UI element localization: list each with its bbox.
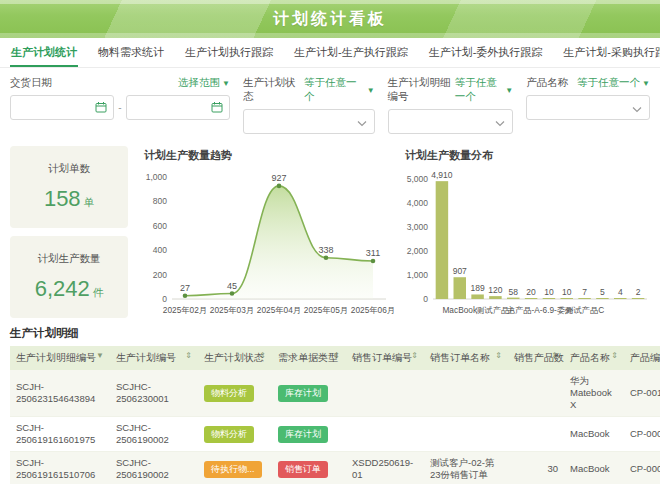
svg-text:27: 27: [180, 283, 190, 293]
table-cell: [424, 370, 508, 417]
date-range-separator: -: [118, 102, 121, 113]
table-cell-badge: 销售订单: [272, 452, 346, 484]
svg-text:测试产品C: 测试产品C: [565, 305, 604, 315]
svg-text:2025年05月: 2025年05月: [304, 305, 348, 315]
date-to-input[interactable]: [126, 95, 230, 120]
svg-text:927: 927: [271, 173, 286, 183]
filter-label-delivery-date: 交货日期: [10, 76, 52, 90]
sort-icon: ⇕: [185, 351, 192, 360]
column-header-3[interactable]: ⇕需求单据类型: [272, 346, 346, 370]
filter-operator-any[interactable]: 等于任意一个▼: [304, 76, 375, 104]
column-header-4[interactable]: ⇕销售订单编号: [346, 346, 424, 370]
status-badge: 物料分析: [204, 385, 254, 402]
table-cell-badge: 库存计划: [272, 417, 346, 452]
table-cell: [424, 417, 508, 452]
date-from-input[interactable]: [10, 95, 114, 120]
column-label: 销售产品数量: [514, 352, 564, 363]
table-cell: 测试客户-02-第23份销售订单: [424, 452, 508, 484]
tab-0[interactable]: 生产计划统计: [10, 39, 78, 67]
column-header-6[interactable]: ⇕销售产品数量: [508, 346, 564, 370]
table-cell: [346, 417, 424, 452]
filter-plan-status: 生产计划状态 等于任意一个▼: [243, 76, 375, 134]
svg-text:7: 7: [582, 287, 587, 297]
filter-plan-detail-no: 生产计划明细编号 等于任意一个▼: [388, 76, 514, 134]
sort-icon: ⇕: [611, 351, 618, 360]
distribution-chart-card: 计划生产数量分布 01,0002,0003,0004,0005,0004,910…: [399, 146, 650, 318]
table-cell: XSDD250619-01: [346, 452, 424, 484]
calendar-icon: [95, 99, 107, 117]
distribution-bar-chart: 01,0002,0003,0004,0005,0004,910907189120…: [399, 165, 650, 317]
filter-label-plan-detail-no: 生产计划明细编号: [388, 76, 455, 104]
column-label: 生产计划明细编号: [16, 352, 96, 363]
product-name-select[interactable]: [526, 95, 650, 120]
sort-icon: ⇕: [495, 351, 502, 360]
table-cell-badge: 库存计划: [272, 370, 346, 417]
filter-bar: 交货日期 选择范围▼ - 生产计划状态 等于任意一个▼: [0, 68, 660, 140]
sort-icon: ⇕: [411, 351, 418, 360]
table-cell: SCJH-250619161601975: [10, 417, 110, 452]
table-cell-badge: 物料分析: [198, 417, 272, 452]
column-label: 生产计划编号: [116, 352, 176, 363]
column-label: 销售订单编号: [352, 352, 412, 363]
table-cell: [508, 417, 564, 452]
table-cell: [346, 370, 424, 417]
filter-label-product-name: 产品名称: [526, 76, 568, 90]
status-badge: 销售订单: [278, 461, 328, 478]
tab-3[interactable]: 生产计划-生产执行跟踪: [293, 39, 409, 67]
svg-text:0: 0: [162, 294, 167, 304]
stat-label: 计划生产数量: [38, 252, 101, 266]
column-header-5[interactable]: ⇕销售订单名称: [424, 346, 508, 370]
plan-status-select[interactable]: [243, 109, 375, 134]
column-header-2[interactable]: ⇕生产计划状态: [198, 346, 272, 370]
svg-text:5,000: 5,000: [407, 174, 429, 184]
tab-2[interactable]: 生产计划执行跟踪: [184, 39, 274, 67]
svg-text:0: 0: [423, 294, 428, 304]
table-cell: CP-0001: [624, 452, 660, 484]
table-cell: SCJHC-2506230001: [110, 370, 198, 417]
tab-5[interactable]: 生产计划-采购执行跟踪: [562, 39, 660, 67]
filter-icon: ▼: [96, 351, 104, 360]
table-row[interactable]: SCJH-250619161510706SCJHC-2506190002待执行物…: [10, 452, 660, 484]
chevron-down-icon: ▼: [505, 86, 513, 95]
filter-product-name: 产品名称 等于任意一个▼: [526, 76, 650, 134]
svg-text:1,000: 1,000: [146, 172, 168, 182]
svg-text:338: 338: [318, 245, 333, 255]
table-row[interactable]: SCJH-250623154643894SCJHC-2506230001物料分析…: [10, 370, 660, 417]
svg-text:3,000: 3,000: [407, 222, 429, 232]
svg-text:2,000: 2,000: [407, 246, 429, 256]
trend-chart-card: 计划生产数量趋势 02004006008001,000272025年02月452…: [138, 146, 389, 318]
svg-text:311: 311: [366, 248, 380, 258]
svg-text:189: 189: [470, 283, 484, 293]
stat-value: 6,242件: [35, 276, 104, 302]
filter-operator-range[interactable]: 选择范围▼: [178, 76, 230, 90]
page-title: 计划统计看板: [273, 9, 387, 30]
plan-detail-table-wrap: ▼生产计划明细编号⇕生产计划编号⇕生产计划状态⇕需求单据类型⇕销售订单编号⇕销售…: [0, 346, 660, 484]
svg-text:2025年06月: 2025年06月: [351, 305, 395, 315]
column-header-0[interactable]: ▼生产计划明细编号: [10, 346, 110, 370]
plan-detail-no-select[interactable]: [388, 109, 514, 134]
tab-4[interactable]: 生产计划-委外执行跟踪: [428, 39, 544, 67]
column-header-1[interactable]: ⇕生产计划编号: [110, 346, 198, 370]
column-header-7[interactable]: ⇕产品名称: [564, 346, 624, 370]
column-label: 生产计划状态: [204, 352, 264, 363]
filter-operator-any[interactable]: 等于任意一个▼: [577, 76, 650, 90]
svg-text:58: 58: [509, 287, 519, 297]
svg-text:800: 800: [153, 196, 167, 206]
table-cell: [508, 370, 564, 417]
status-badge: 库存计划: [278, 426, 328, 443]
table-row[interactable]: SCJH-250619161601975SCJHC-2506190002物料分析…: [10, 417, 660, 452]
svg-text:10: 10: [562, 287, 572, 297]
table-cell: SCJHC-2506190002: [110, 452, 198, 484]
table-body: SCJH-250623154643894SCJHC-2506230001物料分析…: [10, 370, 660, 484]
column-header-8[interactable]: 产品编码: [624, 346, 660, 370]
table-cell: 30: [508, 452, 564, 484]
tab-bar: 生产计划统计物料需求统计生产计划执行跟踪生产计划-生产执行跟踪生产计划-委外执行…: [0, 38, 660, 68]
svg-text:2025年03月: 2025年03月: [210, 305, 254, 315]
stat-label: 计划单数: [48, 162, 90, 176]
table-cell: SCJH-250619161510706: [10, 452, 110, 484]
tab-1[interactable]: 物料需求统计: [97, 39, 165, 67]
svg-text:400: 400: [153, 245, 167, 255]
svg-text:MacBook: MacBook: [442, 305, 477, 315]
filter-operator-any[interactable]: 等于任意一个▼: [455, 76, 513, 104]
column-label: 需求单据类型: [278, 352, 338, 363]
